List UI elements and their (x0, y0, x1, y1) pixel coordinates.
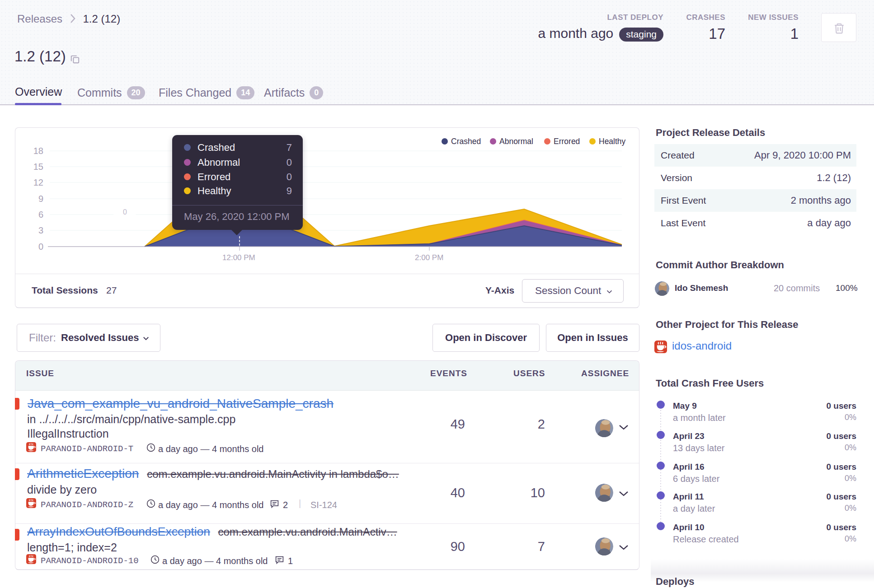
svg-text:0: 0 (123, 208, 127, 216)
